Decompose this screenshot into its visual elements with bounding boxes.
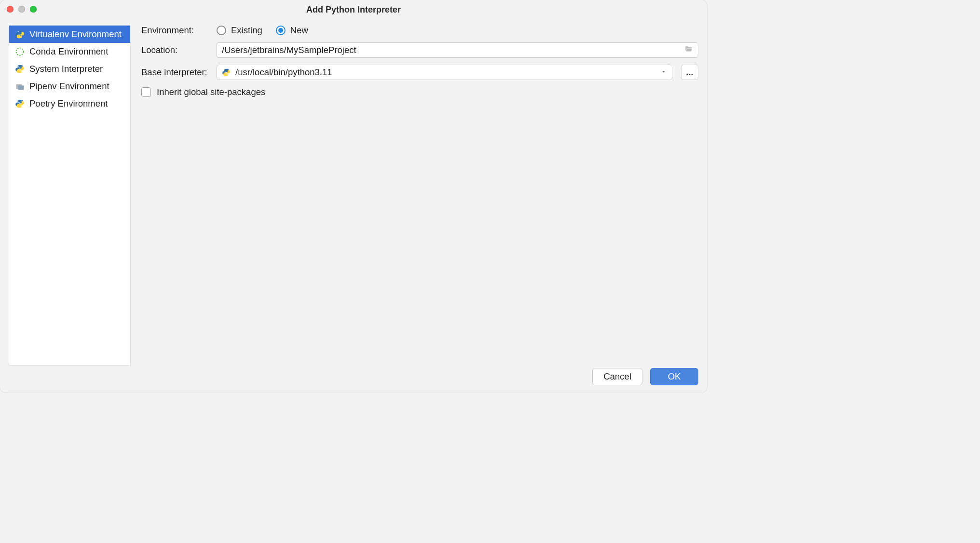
svg-point-7 (18, 101, 19, 102)
dialog-footer: Cancel OK (0, 366, 707, 393)
svg-point-0 (18, 31, 19, 32)
inherit-row: Inherit global site-packages (141, 87, 698, 97)
chevron-down-icon (660, 67, 667, 78)
sidebar-item-label: Virtualenv Environment (29, 29, 122, 40)
sidebar-item-conda[interactable]: Conda Environment (9, 43, 130, 60)
window-controls (7, 6, 37, 13)
main-panel: Environment: Existing New Location: (141, 25, 707, 366)
titlebar: Add Python Interpreter (0, 0, 707, 19)
interpreter-type-list: Virtualenv Environment Conda Environment (9, 25, 131, 366)
location-field[interactable] (217, 42, 698, 58)
location-input[interactable] (222, 45, 680, 55)
ok-button[interactable]: OK (650, 368, 698, 385)
location-label: Location: (141, 45, 208, 55)
environment-row: Environment: Existing New (141, 25, 698, 36)
radio-icon (276, 26, 286, 35)
inherit-checkbox[interactable] (141, 87, 151, 97)
base-interpreter-value: /usr/local/bin/python3.11 (235, 67, 655, 78)
dialog-window: Add Python Interpreter Virtualenv Enviro… (0, 0, 707, 393)
sidebar-item-label: System Interpreter (29, 64, 103, 74)
svg-point-4 (21, 71, 22, 72)
pipenv-icon (15, 81, 25, 91)
base-interpreter-row: Base interpreter: /usr/local/bin/python3… (141, 65, 698, 80)
environment-radio-group: Existing New (217, 25, 308, 36)
radio-label: Existing (231, 25, 262, 36)
radio-icon (217, 26, 226, 35)
inherit-label: Inherit global site-packages (157, 87, 265, 97)
base-interpreter-combo[interactable]: /usr/local/bin/python3.11 (217, 65, 672, 80)
svg-point-8 (21, 106, 22, 107)
python-icon (15, 99, 25, 109)
python-icon (15, 64, 25, 74)
cancel-button[interactable]: Cancel (592, 368, 642, 385)
svg-point-1 (21, 37, 22, 38)
svg-point-10 (227, 74, 228, 75)
sidebar-item-poetry[interactable]: Poetry Environment (9, 95, 130, 112)
base-interpreter-label: Base interpreter: (141, 67, 208, 78)
radio-existing[interactable]: Existing (217, 25, 262, 36)
sidebar-item-system[interactable]: System Interpreter (9, 60, 130, 78)
location-row: Location: (141, 42, 698, 58)
button-label: Cancel (603, 371, 631, 382)
svg-point-3 (18, 66, 19, 67)
sidebar-item-pipenv[interactable]: Pipenv Environment (9, 78, 130, 95)
python-icon (15, 29, 25, 39)
sidebar-item-label: Poetry Environment (29, 98, 108, 109)
button-label: OK (668, 371, 681, 382)
sidebar-item-label: Conda Environment (29, 46, 109, 57)
sidebar-item-virtualenv[interactable]: Virtualenv Environment (9, 26, 130, 43)
svg-point-2 (16, 48, 24, 55)
dialog-body: Virtualenv Environment Conda Environment (0, 19, 707, 366)
svg-rect-6 (18, 85, 24, 90)
environment-label: Environment: (141, 25, 208, 36)
dialog-title: Add Python Interpreter (0, 5, 707, 15)
ellipsis-icon: ... (686, 67, 693, 78)
svg-point-9 (225, 69, 225, 70)
minimize-icon[interactable] (18, 6, 25, 13)
close-icon[interactable] (7, 6, 14, 13)
browse-button[interactable]: ... (681, 65, 698, 80)
maximize-icon[interactable] (30, 6, 37, 13)
radio-label: New (290, 25, 308, 36)
folder-open-icon[interactable] (684, 45, 693, 56)
radio-new[interactable]: New (276, 25, 308, 36)
python-icon (222, 68, 231, 77)
conda-icon (15, 47, 25, 56)
sidebar-item-label: Pipenv Environment (29, 81, 109, 92)
